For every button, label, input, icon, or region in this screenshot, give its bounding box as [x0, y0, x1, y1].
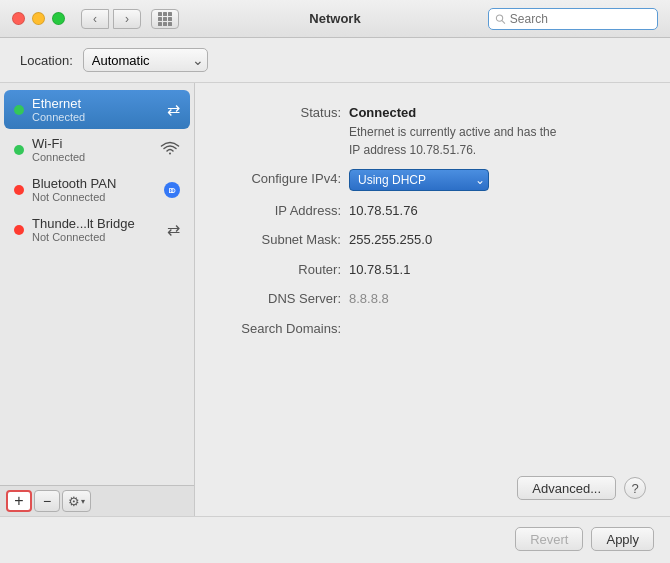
net-status-wifi: Connected: [32, 151, 152, 163]
ip-value: 10.78.51.76: [349, 201, 418, 221]
title-bar: ‹ › Network: [0, 0, 670, 38]
gear-dropdown-arrow: ▾: [81, 497, 85, 506]
configure-label: Configure IPv4:: [219, 169, 349, 189]
svg-point-0: [496, 14, 502, 20]
ip-label: IP Address:: [219, 201, 349, 221]
search-input[interactable]: [510, 12, 651, 26]
bottom-bar: Revert Apply: [0, 516, 670, 563]
forward-button[interactable]: ›: [113, 9, 141, 29]
detail-fields: Status: Connected Ethernet is currently …: [219, 103, 646, 468]
ethernet-icon: ⇄: [167, 100, 180, 119]
net-status-ethernet: Connected: [32, 111, 159, 123]
net-name-wifi: Wi-Fi: [32, 136, 152, 151]
back-button[interactable]: ‹: [81, 9, 109, 29]
bluetooth-icon: ⎄: [164, 182, 180, 198]
traffic-lights: [12, 12, 65, 25]
status-dot-ethernet: [14, 105, 24, 115]
search-icon: [495, 13, 506, 25]
ethernet-icon-thunderbolt: ⇄: [167, 220, 180, 239]
revert-apply-buttons: Revert Apply: [515, 527, 654, 551]
location-bar: Location: Automatic Edit Locations... ⌄: [0, 38, 670, 83]
grid-button[interactable]: [151, 9, 179, 29]
window-title: Network: [309, 11, 360, 26]
subnet-row: Subnet Mask: 255.255.255.0: [219, 230, 646, 250]
network-list: Ethernet Connected ⇄ Wi-Fi Connected: [0, 83, 194, 485]
dns-label: DNS Server:: [219, 289, 349, 309]
detail-action-buttons: Advanced... ?: [517, 476, 646, 500]
body: Ethernet Connected ⇄ Wi-Fi Connected: [0, 83, 670, 516]
status-row: Status: Connected Ethernet is currently …: [219, 103, 646, 159]
status-connected: Connected: [349, 103, 569, 123]
detail-bottom: Advanced... ?: [219, 468, 646, 500]
net-status-bluetooth: Not Connected: [32, 191, 156, 203]
location-select-wrapper: Automatic Edit Locations... ⌄: [83, 48, 208, 72]
net-name-thunderbolt: Thunde...lt Bridge: [32, 216, 159, 231]
configure-select[interactable]: Using DHCP Manually Off: [349, 169, 489, 191]
advanced-button[interactable]: Advanced...: [517, 476, 616, 500]
net-info-bluetooth: Bluetooth PAN Not Connected: [32, 176, 156, 203]
close-button[interactable]: [12, 12, 25, 25]
status-value-block: Connected Ethernet is currently active a…: [349, 103, 569, 159]
status-dot-thunderbolt: [14, 225, 24, 235]
configure-row: Configure IPv4: Using DHCP Manually Off …: [219, 169, 646, 191]
sidebar: Ethernet Connected ⇄ Wi-Fi Connected: [0, 83, 195, 516]
remove-network-button[interactable]: −: [34, 490, 60, 512]
status-description: Ethernet is currently active and has the…: [349, 123, 569, 159]
minimize-button[interactable]: [32, 12, 45, 25]
router-row: Router: 10.78.51.1: [219, 260, 646, 280]
search-domains-row: Search Domains:: [219, 319, 646, 339]
location-select[interactable]: Automatic Edit Locations...: [83, 48, 208, 72]
status-label: Status:: [219, 103, 349, 123]
search-domains-label: Search Domains:: [219, 319, 349, 339]
sidebar-toolbar: + − ⚙ ▾: [0, 485, 194, 516]
detail-panel: Status: Connected Ethernet is currently …: [195, 83, 670, 516]
location-label: Location:: [20, 53, 73, 68]
svg-line-1: [502, 20, 505, 23]
net-info-wifi: Wi-Fi Connected: [32, 136, 152, 163]
router-value: 10.78.51.1: [349, 260, 410, 280]
sidebar-item-ethernet[interactable]: Ethernet Connected ⇄: [4, 90, 190, 129]
subnet-label: Subnet Mask:: [219, 230, 349, 250]
status-dot-bluetooth: [14, 185, 24, 195]
help-button[interactable]: ?: [624, 477, 646, 499]
wifi-icon: [160, 139, 180, 160]
add-network-button[interactable]: +: [6, 490, 32, 512]
maximize-button[interactable]: [52, 12, 65, 25]
net-status-thunderbolt: Not Connected: [32, 231, 159, 243]
router-label: Router:: [219, 260, 349, 280]
dns-value: 8.8.8.8: [349, 289, 389, 309]
net-name-bluetooth: Bluetooth PAN: [32, 176, 156, 191]
net-info-ethernet: Ethernet Connected: [32, 96, 159, 123]
sidebar-item-thunderbolt[interactable]: Thunde...lt Bridge Not Connected ⇄: [4, 210, 190, 249]
status-dot-wifi: [14, 145, 24, 155]
apply-button[interactable]: Apply: [591, 527, 654, 551]
search-box[interactable]: [488, 8, 658, 30]
sidebar-item-wifi[interactable]: Wi-Fi Connected: [4, 130, 190, 169]
sidebar-item-bluetooth-pan[interactable]: Bluetooth PAN Not Connected ⎄: [4, 170, 190, 209]
grid-icon: [158, 12, 172, 26]
revert-button[interactable]: Revert: [515, 527, 583, 551]
gear-icon: ⚙: [68, 494, 80, 509]
subnet-value: 255.255.255.0: [349, 230, 432, 250]
net-name-ethernet: Ethernet: [32, 96, 159, 111]
configure-select-wrapper: Using DHCP Manually Off ⌄: [349, 169, 489, 191]
dns-row: DNS Server: 8.8.8.8: [219, 289, 646, 309]
gear-button[interactable]: ⚙ ▾: [62, 490, 91, 512]
main-content: Location: Automatic Edit Locations... ⌄ …: [0, 38, 670, 563]
nav-buttons: ‹ ›: [81, 9, 141, 29]
ip-row: IP Address: 10.78.51.76: [219, 201, 646, 221]
net-info-thunderbolt: Thunde...lt Bridge Not Connected: [32, 216, 159, 243]
